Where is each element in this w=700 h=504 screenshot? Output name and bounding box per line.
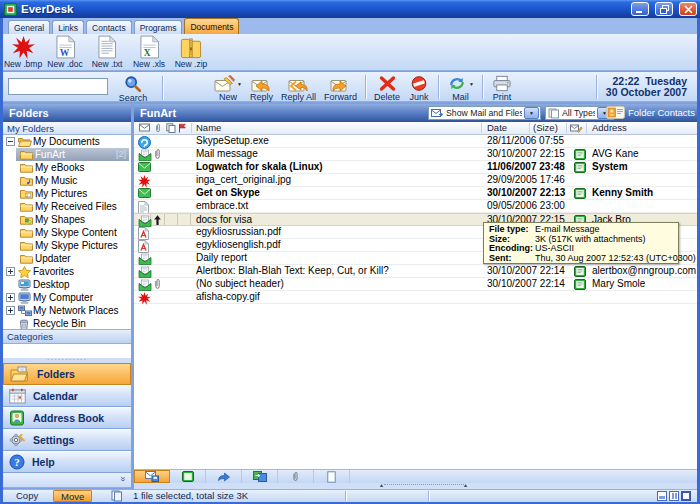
file-types-dropdown[interactable]: All Types▼ — [545, 106, 614, 120]
file-row-embrace-txt[interactable]: embrace.txt09/05/2006 23:00 — [134, 200, 697, 213]
file-row-get-on-skype[interactable]: Get on Skype30/10/2007 22:13Kenny Smith — [134, 187, 697, 200]
view-tab-clip[interactable] — [278, 470, 314, 483]
new-file-new-bmp[interactable]: New .bmp — [4, 34, 42, 70]
envnew-icon — [214, 75, 235, 92]
folder-contacts-button[interactable]: Folder Contacts — [606, 106, 695, 119]
chevron-icon[interactable]: » — [117, 476, 127, 481]
layout-single-button[interactable] — [681, 491, 691, 501]
nav-help[interactable]: ?Help — [3, 451, 131, 473]
file-row-inga-cert-original-jpg[interactable]: inga_cert_original.jpg29/09/2005 17:46 — [134, 174, 697, 187]
combomail-icon — [431, 108, 444, 118]
tree-item-my-skype-content[interactable]: My Skype Content — [3, 226, 131, 239]
column-name[interactable]: Name — [196, 122, 221, 134]
expand-box-icon[interactable] — [6, 267, 15, 278]
mail-column-icon[interactable] — [139, 123, 150, 134]
search-button[interactable]: Search — [112, 73, 154, 101]
tabforward-icon — [217, 471, 230, 482]
layout-vertical-button[interactable] — [669, 491, 679, 501]
tree-item-label: FunArt — [35, 148, 65, 161]
new-button[interactable]: ▼New — [210, 73, 246, 101]
attachment-column-icon[interactable] — [154, 123, 162, 135]
nav-folders[interactable]: Folders — [3, 363, 131, 385]
layout-horizontal-button[interactable] — [657, 491, 667, 501]
move-button[interactable]: Move — [53, 490, 92, 502]
nav-calendar[interactable]: Calendar — [3, 385, 131, 407]
clip-icon — [153, 148, 162, 162]
categories-header[interactable]: Categories — [3, 329, 131, 344]
address-card-column-icon[interactable] — [570, 123, 583, 135]
copy-button[interactable]: Copy — [16, 490, 38, 502]
fc-icon — [606, 106, 625, 119]
file-row-mail-message[interactable]: Mail message30/10/2007 22:15AVG Kane — [134, 148, 697, 161]
copies-column-icon[interactable] — [166, 123, 176, 135]
navcal-icon — [9, 388, 26, 404]
column-size[interactable]: (Size) — [533, 122, 558, 134]
dropdown-caret-icon[interactable]: ▼ — [237, 81, 242, 87]
close-button[interactable] — [679, 2, 697, 16]
file-row-no-subject-header[interactable]: (No subject header)30/10/2007 22:14Mary … — [134, 278, 697, 291]
file-row-skypesetup-exe[interactable]: SkypeSetup.exe28/11/2006 07:55 — [134, 135, 697, 148]
forward-button[interactable]: Forward — [320, 73, 361, 101]
tree-item-desktop[interactable]: Desktop — [3, 278, 131, 291]
toolbar-separator — [482, 75, 483, 99]
nav-address-book[interactable]: Address Book — [3, 407, 131, 429]
new-file-new-doc[interactable]: WNew .doc — [46, 34, 84, 70]
tree-item-favorites[interactable]: Favorites — [3, 265, 131, 278]
tab-links[interactable]: Links — [52, 20, 84, 34]
tree-item-my-network-places[interactable]: My Network Places — [3, 304, 131, 317]
dropdown-arrow-icon[interactable]: ▼ — [524, 107, 539, 119]
dropdown-caret-icon[interactable]: ▼ — [469, 81, 474, 87]
file-row-afisha-copy-gif[interactable]: afisha-copy.gif — [134, 291, 697, 304]
view-tab-people[interactable] — [242, 470, 278, 483]
tree-item-my-computer[interactable]: My Computer — [3, 291, 131, 304]
show-mail-files-dropdown[interactable]: Show Mail and Files▼ — [428, 106, 541, 120]
tree-item-my-pictures[interactable]: My Pictures — [3, 187, 131, 200]
tree-item-my-documents[interactable]: My Documents — [3, 135, 131, 148]
expand-box-icon[interactable] — [6, 293, 15, 304]
tab-general[interactable]: General — [8, 20, 50, 34]
search-icon — [124, 75, 142, 93]
view-tab-book[interactable] — [170, 470, 206, 483]
tree-item-updater[interactable]: Updater — [3, 252, 131, 265]
mail-button[interactable]: ▼Mail — [443, 73, 478, 101]
column-date[interactable]: Date — [487, 122, 507, 134]
junk-button[interactable]: Junk — [404, 73, 434, 101]
tab-programs[interactable]: Programs — [134, 20, 183, 34]
restore-button[interactable] — [655, 2, 673, 16]
tree-item-my-skype-pictures[interactable]: My Skype Pictures — [3, 239, 131, 252]
file-row-alertbox-blah-blah-text-keep-cut-or-kill[interactable]: Alertbox: Blah-Blah Text: Keep, Cut, or … — [134, 265, 697, 278]
delete-button[interactable]: Delete — [370, 73, 404, 101]
tree-item-funart[interactable]: FunArt[2] — [3, 148, 131, 161]
view-tab-mail[interactable] — [134, 470, 170, 483]
minimize-button[interactable] — [631, 2, 649, 16]
expand-box-icon[interactable] — [6, 306, 15, 317]
tabbook-icon — [182, 471, 194, 482]
collapse-box-icon[interactable] — [6, 137, 15, 148]
file-row-logwatch-for-skala-linux[interactable]: Logwatch for skala (Linux)11/06/2007 23:… — [134, 161, 697, 174]
tree-item-my-music[interactable]: My Music — [3, 174, 131, 187]
navhelp-icon: ? — [9, 454, 25, 470]
tree-item-my-ebooks[interactable]: My eBooks — [3, 161, 131, 174]
view-tab-forward[interactable] — [206, 470, 242, 483]
tree-item-recycle-bin[interactable]: Recycle Bin — [3, 317, 131, 329]
column-address[interactable]: Address — [592, 122, 627, 134]
print-button[interactable]: Print — [487, 73, 517, 101]
file-date: 30/10/2007 22:14 — [487, 278, 565, 290]
window-title: EverDesk — [21, 3, 625, 15]
tree-item-my-shapes[interactable]: My Shapes — [3, 213, 131, 226]
flag-column-icon[interactable] — [178, 123, 187, 135]
new-file-new-zip[interactable]: New .zip — [172, 34, 210, 70]
tab-contacts[interactable]: Contacts — [86, 20, 132, 34]
deletex-icon — [378, 75, 397, 92]
nav-settings[interactable]: Settings — [3, 429, 131, 451]
reply-all-button[interactable]: Reply All — [277, 73, 320, 101]
new-file-new-txt[interactable]: New .txt — [88, 34, 126, 70]
view-tab-doc[interactable] — [314, 470, 350, 483]
new-file-new-xls[interactable]: XNew .xls — [130, 34, 168, 70]
search-input[interactable] — [8, 78, 108, 95]
xls-icon: X — [140, 35, 159, 59]
sidebar-nav: FoldersCalendarAddress BookSettings?Help — [3, 363, 131, 473]
tree-item-my-received-files[interactable]: My Received Files — [3, 200, 131, 213]
tab-documents[interactable]: Documents — [184, 18, 239, 34]
reply-button[interactable]: Reply — [246, 73, 277, 101]
